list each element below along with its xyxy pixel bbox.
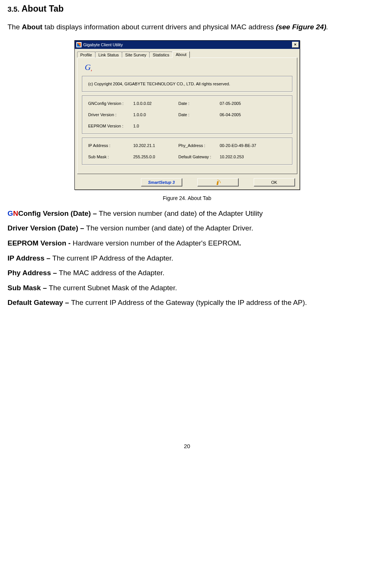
intro-ref: (see Figure 24) (276, 23, 326, 31)
desc-gateway: Default Gateway – The current IP Address… (8, 298, 366, 308)
desc-label: EEPROM Version - (8, 239, 73, 247)
section-number: 3.5. (8, 5, 20, 13)
driver-label: Driver Version : (88, 112, 133, 117)
ip-label: IP Address : (88, 143, 133, 148)
smartsetup-button[interactable]: SmartSetup 3 (141, 178, 182, 186)
signal-icon (215, 180, 221, 185)
version-group: GNConfig Version : 1.0.0.0.02 Date : 07-… (82, 95, 292, 134)
desc-eeprom: EEPROM Version - Hardware version number… (8, 238, 366, 248)
desc-submask: Sub Mask – The current Subnet Mask of th… (8, 283, 366, 293)
submask-value: 255.255.0.0 (133, 155, 179, 159)
gnconfig-label: GNConfig Version : (88, 101, 133, 106)
copyright-text: (c) Copyright 2004, GIGABYTE TECHNOLOGY … (88, 82, 230, 86)
ip-value: 10.202.21.1 (133, 143, 179, 148)
ok-label: OK (271, 180, 277, 185)
g-letter: G (8, 209, 13, 217)
submask-label: Sub Mask : (88, 155, 133, 159)
eeprom-label: EEPROM Version : (88, 124, 133, 128)
desc-label: Phy Address – (8, 269, 59, 277)
eeprom-value: 1.0 (133, 124, 179, 128)
window-title: Gigabyte Client Utility (83, 42, 292, 47)
gnconfig-value: 1.0.0.0.02 (133, 101, 179, 106)
desc-label: Driver Version (Date) – (8, 224, 86, 232)
driver-date-label: Date : (179, 112, 220, 117)
desc-end: . (239, 239, 241, 247)
figure-container: Gigabyte Client Utility × Profile Link S… (8, 40, 366, 190)
tab-body: G, (c) Copyright 2004, GIGABYTE TECHNOLO… (77, 58, 297, 174)
gnconfig-date-label: Date : (179, 101, 220, 106)
driver-value: 1.0.0.0 (133, 112, 179, 117)
intro-end: . (326, 23, 328, 31)
section-heading: 3.5. About Tab (8, 4, 366, 14)
desc-text: The current IP Address of the Gateway (t… (71, 299, 307, 306)
desc-text: The current IP Address of the Adapter. (52, 254, 173, 262)
gateway-value: 10.202.0.253 (220, 155, 286, 159)
desc-ip: IP Address – The current IP Address of t… (8, 253, 366, 263)
phy-value: 00-20-ED-49-BE-37 (220, 143, 286, 148)
tab-about[interactable]: About (172, 51, 190, 58)
close-button[interactable]: × (292, 42, 299, 48)
smartsetup-label: SmartSetup 3 (148, 180, 175, 185)
gateway-label: Default Gateway : (179, 155, 220, 159)
phy-label: Phy_Address : (179, 143, 220, 148)
desc-text: The version number (and date) of the Ada… (99, 209, 263, 217)
copyright-group: (c) Copyright 2004, GIGABYTE TECHNOLOGY … (82, 76, 292, 92)
gnconfig-date-value: 07-05-2005 (220, 101, 286, 106)
logo: G, (85, 62, 292, 72)
tab-link-status[interactable]: Link Status (95, 52, 122, 58)
desc-text: The MAC address of the Adapter. (59, 269, 165, 277)
intro-text: The (8, 23, 22, 31)
desc-driver: Driver Version (Date) – The version numb… (8, 223, 366, 233)
button-row: SmartSetup 3 OK (75, 177, 300, 189)
desc-label: Default Gateway – (8, 299, 71, 306)
desc-gnconfig: GNConfig Version (Date) – The version nu… (8, 209, 366, 218)
desc-label: IP Address – (8, 254, 52, 262)
network-group: IP Address : 10.202.21.1 Phy_Address : 0… (82, 138, 292, 165)
figure-caption: Figure 24. About Tab (8, 195, 366, 201)
tab-strip: Profile Link Status Site Survey Statisti… (75, 49, 300, 58)
intro-bold: About (22, 23, 42, 31)
title-bar: Gigabyte Client Utility × (75, 41, 300, 49)
dialog-window: Gigabyte Client Utility × Profile Link S… (74, 40, 300, 190)
desc-text: Hardware version number of the Adapter's… (73, 239, 239, 247)
page-number: 20 (8, 443, 366, 449)
driver-date-value: 06-04-2005 (220, 112, 286, 117)
tab-profile[interactable]: Profile (77, 52, 95, 58)
section-title: About Tab (21, 4, 64, 14)
desc-text: The current Subnet Mask of the Adapter. (49, 284, 177, 292)
ok-button[interactable]: OK (254, 178, 295, 186)
signal-button[interactable] (197, 178, 239, 186)
desc-text: The version number (and date) of the Ada… (86, 224, 253, 232)
app-icon (76, 42, 82, 47)
n-letter: N (13, 209, 18, 217)
intro-paragraph: The About tab displays information about… (8, 22, 366, 32)
desc-label: Sub Mask – (8, 284, 49, 292)
desc-phy: Phy Address – The MAC address of the Ada… (8, 268, 366, 278)
desc-label: Config Version (Date) – (18, 209, 99, 217)
tab-site-survey[interactable]: Site Survey (122, 52, 150, 58)
intro-text: tab displays information about current d… (42, 23, 276, 31)
tab-statistics[interactable]: Statistics (149, 52, 173, 58)
